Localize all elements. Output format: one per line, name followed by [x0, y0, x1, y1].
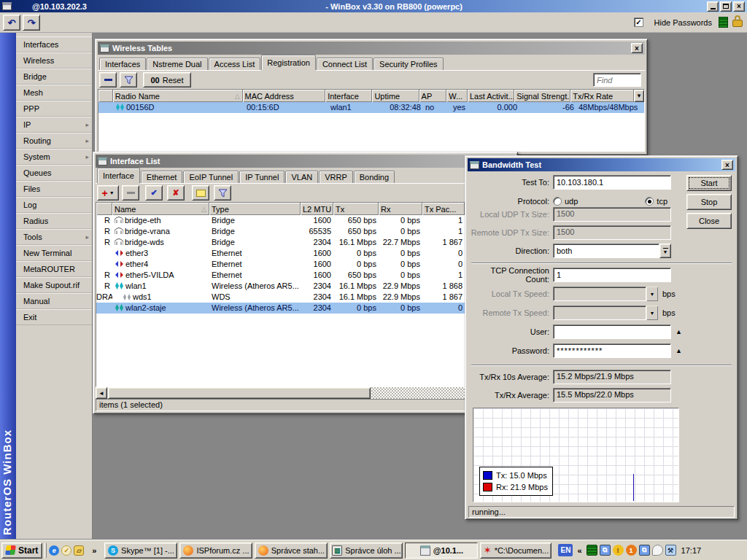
tcp-radio[interactable] [645, 197, 654, 206]
horizontal-scrollbar[interactable]: ◄ [96, 387, 515, 399]
table-row[interactable]: R bridge-eth Bridge 1600 650 bps 0 bps 1 [96, 215, 514, 226]
tray-chat-icon[interactable] [652, 545, 663, 556]
table-row[interactable]: DRA wds1 WDS 2304 16.1 Mbps 22.9 Mbps 1 … [96, 292, 514, 303]
table-row[interactable]: R ether5-VILDA Ethernet 1600 650 bps 0 b… [96, 270, 514, 281]
col-txpac[interactable]: Tx Pac... [422, 203, 465, 215]
tab-interfaces[interactable]: Interfaces [99, 58, 146, 70]
password-expand-icon[interactable]: ▲ [676, 347, 682, 354]
taskbar-button-ispforum[interactable]: ISPforum.cz ... [179, 542, 252, 559]
taskbar-button-downloads[interactable]: Správce stah... [255, 542, 328, 559]
col-radio-name[interactable]: Radio Name△ [113, 90, 243, 102]
tab-eoip-tunnel[interactable]: EoIP Tunnel [183, 171, 239, 183]
col-w[interactable]: W... [446, 90, 468, 102]
col-flags[interactable] [98, 90, 113, 102]
sidebar-item-exit[interactable]: Exit [16, 309, 92, 325]
tray-collapse-chevron[interactable]: « [577, 546, 581, 555]
sidebar-item-bridge[interactable]: Bridge [16, 69, 92, 85]
tray-tool-icon[interactable]: ⚒ [665, 545, 676, 556]
col-type[interactable]: Type [209, 203, 301, 215]
table-row[interactable]: R bridge-vrana Bridge 65535 650 bps 0 bp… [96, 226, 514, 237]
hide-passwords-checkbox[interactable]: ✓ [634, 18, 643, 27]
sidebar-item-wireless[interactable]: Wireless [16, 52, 92, 69]
direction-dropdown-button[interactable]: ▼ [659, 244, 671, 258]
taskbar-button-taskmanager[interactable]: ▥ Správce úloh ... [330, 542, 403, 559]
col-l2mtu[interactable]: L2 MTU [301, 203, 333, 215]
interface-list-titlebar[interactable]: Interface List [96, 155, 515, 168]
tab-bonding[interactable]: Bonding [354, 171, 395, 183]
col-last-activity[interactable]: Last Activit... [468, 90, 514, 102]
close-button[interactable]: Close [686, 213, 732, 229]
sidebar-item-ppp[interactable]: PPP [16, 101, 92, 117]
taskbar-button-skype[interactable]: S Skype™ [1] -... [104, 542, 177, 559]
registration-row[interactable]: 00156D 00:15:6D wlan1 08:32:48 no yes 0.… [98, 102, 644, 113]
stop-button[interactable]: Stop [686, 194, 732, 210]
start-button[interactable]: Start [1, 542, 42, 559]
col-uptime[interactable]: Uptime [372, 90, 419, 102]
tab-vlan[interactable]: VLAN [285, 171, 318, 183]
udp-radio[interactable] [553, 197, 562, 206]
table-row-selected[interactable]: wlan2-staje Wireless (Atheros AR5... 230… [96, 303, 514, 314]
col-rate[interactable]: Tx/Rx Rate [570, 90, 634, 102]
sidebar-item-interfaces[interactable]: Interfaces [16, 36, 92, 52]
tray-traffic-icon[interactable] [587, 545, 597, 556]
redo-button[interactable]: ↷ [23, 15, 40, 31]
col-rx[interactable]: Rx [379, 203, 422, 215]
sidebar-item-ip[interactable]: IP▸ [16, 117, 92, 133]
tab-access-list[interactable]: Access List [209, 58, 261, 70]
reset-button[interactable]: 00 Reset [143, 72, 191, 88]
sidebar-item-mesh[interactable]: Mesh [16, 85, 92, 101]
taskbar-button-irfanview[interactable]: ✶ *C:\Documen... [480, 542, 551, 559]
filter-button[interactable] [120, 72, 137, 88]
password-input[interactable] [553, 343, 671, 358]
tray-shield-icon[interactable]: ! [613, 545, 624, 556]
add-button[interactable]: +▼ [97, 185, 119, 201]
tab-interface[interactable]: Interface [97, 168, 140, 183]
sidebar-item-routing[interactable]: Routing▸ [16, 133, 92, 149]
quicklaunch-overflow-chevron[interactable]: » [92, 546, 96, 555]
tab-ip-tunnel[interactable]: IP Tunnel [239, 171, 285, 183]
tab-ethernet[interactable]: Ethernet [141, 171, 183, 183]
scroll-left-button[interactable]: ◄ [96, 387, 107, 399]
col-mac[interactable]: MAC Address [243, 90, 326, 102]
undo-button[interactable]: ↶ [3, 15, 20, 31]
remove-button[interactable] [99, 72, 117, 88]
col-ap[interactable]: AP [419, 90, 447, 102]
user-expand-icon[interactable]: ▲ [676, 328, 682, 335]
taskbar-button-winbox[interactable]: @10.1... [405, 542, 478, 559]
table-row[interactable]: ether4 Ethernet 1600 0 bps 0 bps 0 [96, 259, 514, 270]
tab-connect-list[interactable]: Connect List [317, 58, 373, 70]
tray-update-badge-icon[interactable]: 1 [626, 545, 637, 556]
table-row[interactable]: R bridge-wds Bridge 2304 16.1 Mbps 22.7 … [96, 237, 514, 248]
col-flags[interactable] [96, 203, 112, 215]
close-button[interactable]: × [733, 1, 745, 12]
wireless-close-button[interactable]: × [631, 43, 643, 53]
col-interface[interactable]: Interface [325, 90, 372, 102]
wireless-tables-titlebar[interactable]: Wireless Tables × [98, 42, 645, 55]
col-tx[interactable]: Tx [333, 203, 379, 215]
test-to-input[interactable] [553, 175, 671, 190]
sidebar-item-files[interactable]: Files [16, 181, 92, 197]
tab-registration[interactable]: Registration [261, 55, 316, 70]
sidebar-item-radius[interactable]: Radius [16, 213, 92, 229]
sidebar-item-tools[interactable]: Tools▸ [16, 229, 92, 245]
col-name[interactable]: Name△ [112, 203, 209, 215]
remove-button[interactable] [122, 185, 139, 201]
tab-security-profiles[interactable]: Security Profiles [374, 58, 443, 70]
tab-vrrp[interactable]: VRRP [319, 171, 353, 183]
scrollbar-thumb[interactable] [108, 387, 371, 399]
bandwidth-titlebar[interactable]: Bandwidth Test × [468, 158, 735, 171]
remote-tx-dropdown[interactable]: ▼ [646, 306, 658, 320]
tab-nstreme-dual[interactable]: Nstreme Dual [147, 58, 207, 70]
ie-quicklaunch-icon[interactable]: e [49, 545, 59, 556]
col-signal[interactable]: Signal Strengt... [514, 90, 570, 102]
tcp-count-input[interactable] [553, 268, 671, 282]
sidebar-item-new-terminal[interactable]: New Terminal [16, 245, 92, 261]
language-indicator[interactable]: EN [558, 544, 573, 556]
sidebar-item-manual[interactable]: Manual [16, 293, 92, 309]
sidebar-item-system[interactable]: System▸ [16, 149, 92, 165]
find-input[interactable] [593, 73, 641, 87]
folder-quicklaunch-icon[interactable]: ▱ [74, 545, 84, 556]
direction-select[interactable] [553, 244, 659, 258]
minimize-button[interactable] [707, 1, 719, 12]
local-tx-dropdown[interactable]: ▼ [646, 287, 658, 301]
